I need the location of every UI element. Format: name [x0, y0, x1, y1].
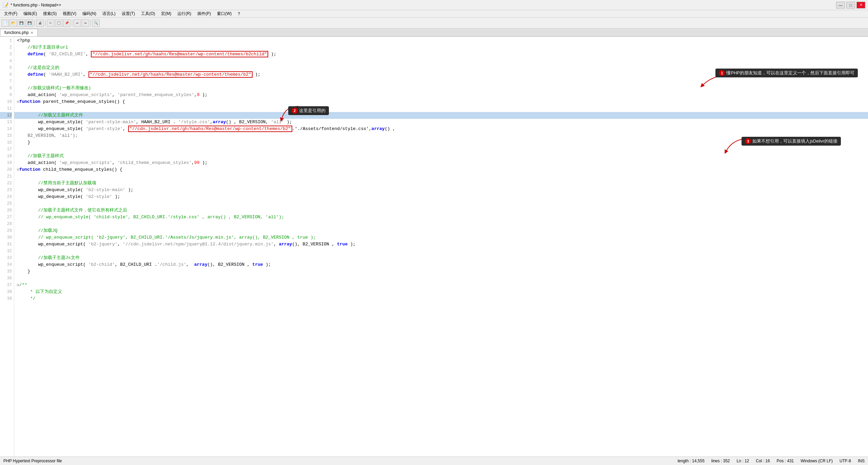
ins-label: INS: [858, 459, 865, 463]
code-line: //加载父主题样式文件: [14, 112, 868, 119]
pos-label: Pos : 431: [777, 459, 794, 463]
encoding-label: UTF-8: [840, 459, 851, 463]
undo-button[interactable]: ↩: [74, 19, 81, 27]
line-number: 17: [0, 146, 12, 153]
menu-item[interactable]: 宏(M): [158, 10, 174, 17]
line-number: 33: [0, 255, 12, 261]
code-line: }: [14, 268, 868, 275]
line-number: 9: [0, 92, 12, 98]
minimize-button[interactable]: —: [836, 2, 845, 8]
menu-item[interactable]: 编辑(E): [21, 10, 40, 17]
title-bar-title: * functions.php - Notepad++: [11, 3, 61, 7]
redo-button[interactable]: ↪: [82, 19, 89, 27]
code-content[interactable]: <?php //B2子主题目录url define( 'B2_CHILD_URI…: [14, 37, 868, 457]
paste-button[interactable]: 📌: [63, 19, 71, 27]
save-button[interactable]: 💾: [18, 19, 25, 27]
menu-item[interactable]: 语言(L): [100, 10, 118, 17]
line-number: 23: [0, 187, 12, 193]
line-number: 13: [0, 119, 12, 126]
menu-bar: 文件(F)编辑(E)搜索(S)视图(V)编码(N)语言(L)设置(T)工具(O)…: [0, 10, 868, 18]
toolbar: 📄 📂 💾 💾 🖨 ✂ 📋 📌 ↩ ↪ 🔍: [0, 18, 868, 29]
code-line: [14, 275, 868, 282]
title-bar-controls[interactable]: — □ ✕: [836, 2, 865, 8]
line-number: 32: [0, 248, 12, 255]
cut-button[interactable]: ✂: [47, 19, 54, 27]
line-number: 12: [0, 112, 12, 119]
menu-item[interactable]: 插件(P): [195, 10, 214, 17]
menu-item[interactable]: 运行(R): [175, 10, 194, 17]
tab-bar: functions.php ✕: [0, 29, 868, 37]
code-line: [14, 105, 868, 112]
code-line: wp_enqueue_style( 'parent-style', "//cdn…: [14, 126, 868, 132]
close-button[interactable]: ✕: [856, 2, 865, 8]
status-right: length : 14,555 lines : 352 Ln : 12 Col …: [677, 459, 865, 463]
line-number: 25: [0, 200, 12, 207]
toolbar-separator-4: [91, 20, 91, 26]
line-number: 6: [0, 71, 12, 78]
menu-item[interactable]: 搜索(S): [40, 10, 59, 17]
line-number: 36: [0, 275, 12, 282]
line-numbers: 1234567891011121314151617181920212223242…: [0, 37, 14, 457]
line-number: 24: [0, 193, 12, 200]
title-bar-left: 📝 * functions.php - Notepad++: [3, 2, 61, 8]
menu-item[interactable]: 视图(V): [60, 10, 79, 17]
filetype-label: PHP Hypertext Preprocessor file: [3, 459, 62, 463]
lines-label: lines : 352: [711, 459, 730, 463]
status-left: PHP Hypertext Preprocessor file: [3, 459, 62, 463]
app-icon: 📝: [3, 2, 8, 8]
copy-button[interactable]: 📋: [55, 19, 62, 27]
toolbar-separator-3: [72, 20, 72, 26]
code-line: //禁用当前子主题默认加载项: [14, 180, 868, 187]
code-line: * 以下为自定义: [14, 289, 868, 295]
line-number: 4: [0, 58, 12, 64]
line-number: 38: [0, 289, 12, 295]
code-line: ⊟/**: [14, 282, 868, 289]
code-line: [14, 173, 868, 180]
print-button[interactable]: 🖨: [36, 19, 44, 27]
status-bar: PHP Hypertext Preprocessor file length :…: [0, 457, 868, 465]
tab-functions-php[interactable]: functions.php ✕: [0, 29, 38, 36]
maximize-button[interactable]: □: [846, 2, 855, 8]
toolbar-separator-1: [35, 20, 35, 26]
menu-item[interactable]: 设置(T): [119, 10, 138, 17]
line-number: 1: [0, 37, 12, 44]
code-line: // wp_enqueue_script( 'b2-jquery', B2_CH…: [14, 234, 868, 241]
line-number: 8: [0, 85, 12, 92]
new-button[interactable]: 📄: [1, 19, 9, 27]
menu-item[interactable]: 窗口(W): [214, 10, 234, 17]
line-number: 22: [0, 180, 12, 187]
line-number: 21: [0, 173, 12, 180]
code-line: //加载子主题样式文件，使它在所有样式之后: [14, 207, 868, 214]
code-line: [14, 221, 868, 227]
code-line: //加载子主题Js文件: [14, 255, 868, 261]
line-number: 15: [0, 132, 12, 139]
eol-label: Windows (CR LF): [801, 459, 833, 463]
code-line: [14, 200, 868, 207]
col-label: Col : 16: [756, 459, 770, 463]
annotation-1: 1懂PHP的朋友知道，可以在这里定义一个，然后下面直接引用即可: [715, 69, 858, 77]
line-number: 11: [0, 105, 12, 112]
code-line: wp_dequeue_style( 'b2-style' );: [14, 193, 868, 200]
find-button[interactable]: 🔍: [92, 19, 100, 27]
tab-close-icon[interactable]: ✕: [31, 31, 33, 35]
title-bar: 📝 * functions.php - Notepad++ — □ ✕: [0, 0, 868, 10]
line-number: 34: [0, 261, 12, 268]
line-number: 20: [0, 166, 12, 173]
menu-item[interactable]: ?: [235, 11, 243, 17]
line-number: 18: [0, 153, 12, 160]
line-number: 27: [0, 214, 12, 221]
line-number: 16: [0, 139, 12, 146]
line-number: 29: [0, 227, 12, 234]
code-line: //加载父级样式(一般不用修改): [14, 85, 868, 92]
menu-item[interactable]: 文件(F): [1, 10, 20, 17]
open-button[interactable]: 📂: [9, 19, 17, 27]
line-number: 7: [0, 78, 12, 85]
code-line: wp_enqueue_script( 'b2-child', B2_CHILD_…: [14, 261, 868, 268]
menu-item[interactable]: 工具(O): [138, 10, 158, 17]
length-label: length : 14,555: [677, 459, 704, 463]
line-number: 30: [0, 234, 12, 241]
save-all-button[interactable]: 💾: [26, 19, 33, 27]
menu-item[interactable]: 编码(N): [80, 10, 99, 17]
code-line: add_action( 'wp_enqueue_scripts', 'child…: [14, 160, 868, 166]
code-line: define( 'B2_CHILD_URI', "//cdn.jsdelivr.…: [14, 51, 868, 58]
